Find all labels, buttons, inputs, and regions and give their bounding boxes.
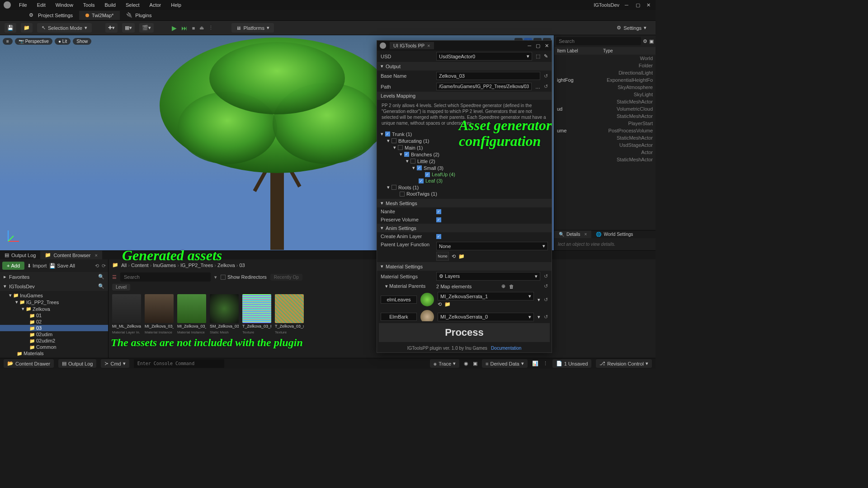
minimize-icon[interactable]: ─ (528, 43, 531, 49)
outliner-row[interactable]: udVolumetricCloud (554, 105, 656, 113)
asset-item[interactable]: MI_Zelkova_03_1Material Instance (177, 294, 206, 334)
parent-layer-dropdown[interactable]: None▾ (436, 242, 548, 250)
browse-icon[interactable]: 📁 (444, 301, 451, 307)
outliner-row[interactable]: StaticMeshActor (554, 156, 656, 163)
folder-Materials[interactable]: 📁Materials (0, 350, 108, 357)
eject-button[interactable]: ⏏ (199, 25, 204, 31)
browser-search-input[interactable] (120, 272, 211, 282)
outliner-row[interactable]: SkyAtmosphere (554, 84, 656, 91)
tree-node[interactable]: LeafUp (4) (432, 172, 455, 177)
main-checkbox[interactable] (398, 145, 403, 150)
outliner-filter-icon[interactable]: ▣ (649, 38, 654, 44)
bark-material-thumb[interactable] (420, 310, 434, 321)
usd-dropdown[interactable]: UsdStageActor0▾ (436, 52, 532, 61)
levels-tree[interactable]: ▾Trunk (1) ▾Bifurcating (1) ▾Main (1) ▾B… (377, 129, 552, 199)
menu-edit[interactable]: Edit (37, 2, 46, 8)
elm-leaves-key[interactable]: elmLeaves (381, 296, 417, 304)
unsaved-button[interactable]: 📄 1 Unsaved (552, 359, 592, 368)
cmd-button[interactable]: ≻ Cmd ▾ (101, 359, 129, 368)
outliner-row[interactable]: ightFogExponentialHeightFo (554, 76, 656, 84)
close-icon[interactable]: ✕ (545, 43, 549, 49)
filter-icon[interactable]: ☰ (112, 274, 117, 280)
add-element-icon[interactable]: ⊕ (501, 283, 505, 289)
show-redirectors-checkbox[interactable]: Show Redirectors (221, 274, 267, 280)
history-fwd-icon[interactable]: ⟳ (102, 263, 106, 269)
outliner-row[interactable]: Folder (554, 62, 656, 69)
section-output[interactable]: ▾ Output (377, 62, 552, 70)
user-label[interactable]: IGToolsDev (594, 2, 619, 8)
trunk-checkbox[interactable] (385, 131, 390, 136)
browse-icon[interactable]: … (535, 84, 540, 89)
show-button[interactable]: Show (73, 38, 91, 45)
menu-actor[interactable]: Actor (150, 2, 161, 8)
tree-node[interactable]: Trunk (1) (392, 131, 412, 137)
asset-item[interactable]: MI_Zelkova_03_0Material Instance (145, 294, 174, 334)
play-options-button[interactable]: ⋮ (208, 25, 213, 31)
folder-Zelkova[interactable]: ▾📁Zelkova (0, 305, 108, 312)
record-icon[interactable]: ◉ (464, 361, 468, 366)
sync-icon[interactable]: ⟲ (452, 253, 456, 259)
add-button[interactable]: + Add (2, 262, 24, 270)
outliner-row[interactable]: StaticMeshActor (554, 113, 656, 120)
nanite-checkbox[interactable] (436, 209, 441, 214)
sync-icon[interactable]: ⟲ (438, 301, 442, 307)
tab-content-browser[interactable]: 📁Content Browser× (40, 251, 102, 259)
outliner-row[interactable]: StaticMeshActor (554, 98, 656, 105)
history-back-icon[interactable]: ⟲ (95, 263, 99, 269)
save-all-button[interactable]: 📁 (21, 23, 33, 33)
bark-material-dropdown[interactable]: MI_ZelkovaSerrata_0▾ (438, 313, 534, 321)
outliner-row[interactable]: umePostProcessVolume (554, 127, 656, 134)
tab-project-settings[interactable]: ⚙ Project Settings (23, 10, 79, 20)
project-section[interactable]: ▾ IGToolsDev🔍 (0, 282, 108, 291)
favorites-section[interactable]: ▸ Favorites🔍 (0, 272, 108, 282)
folder-Common[interactable]: 📁Common (0, 344, 108, 350)
outliner-row[interactable]: DirectionalLight (554, 69, 656, 76)
play-button[interactable]: ▶ (172, 24, 177, 32)
reset-icon[interactable]: ↺ (544, 84, 548, 89)
outliner-row[interactable]: StaticMeshActor (554, 134, 656, 141)
folder-01[interactable]: 📁01 (0, 312, 108, 319)
menu-file[interactable]: File (19, 2, 27, 8)
folder-InuGames[interactable]: ▾📁InuGames (0, 292, 108, 299)
asset-item[interactable]: T_Zelkova_03_PivPos_IndexTexture (242, 294, 271, 334)
section-levels[interactable]: Levels Mapping (377, 92, 552, 100)
add-content-button[interactable]: ✚▾ (105, 23, 118, 33)
documentation-link[interactable]: Documentation (491, 346, 521, 351)
menu-window[interactable]: Window (56, 2, 73, 8)
leaf-checkbox[interactable] (419, 178, 424, 183)
process-button[interactable]: Process (379, 323, 550, 342)
folder-02[interactable]: 📁02 (0, 319, 108, 325)
reset-icon[interactable]: ↺ (544, 73, 548, 79)
preserve-volume-checkbox[interactable] (436, 217, 441, 222)
roottwigs-checkbox[interactable] (400, 192, 405, 197)
chevron-down-icon[interactable]: ▾ (538, 297, 540, 303)
leaves-material-thumb[interactable] (420, 293, 434, 306)
import-button[interactable]: ⬇ Import (27, 263, 47, 269)
menu-help[interactable]: Help (171, 2, 181, 8)
recently-opened-button[interactable]: Recently Op (270, 274, 302, 281)
outliner-row[interactable]: World (554, 55, 656, 62)
asset-item[interactable]: SM_Zelkova_03Static Mesh (210, 294, 239, 334)
crumb-Content[interactable]: Content (131, 263, 149, 268)
derived-data-button[interactable]: ≡ Derived Data ▾ (482, 359, 528, 368)
outliner-settings-icon[interactable]: ⚙ (643, 38, 647, 44)
eyedropper-icon[interactable]: ✎ (544, 53, 548, 59)
save-all-button[interactable]: 💾 Save All (49, 263, 75, 269)
tab-details[interactable]: 🔍Details× (554, 230, 591, 238)
asset-item[interactable]: T_Zelkova_03_xDir_xExtTexture (275, 294, 304, 334)
close-icon[interactable]: ✕ (646, 2, 652, 8)
console-input[interactable] (134, 359, 224, 368)
igtools-titlebar[interactable]: UI IGTools PP× ─ ▢ ✕ (377, 41, 552, 51)
close-tab-icon[interactable]: × (427, 43, 430, 48)
crumb-All[interactable]: All (121, 263, 127, 268)
chevron-down-icon[interactable]: ▾ (214, 274, 217, 280)
path-input[interactable] (436, 83, 532, 90)
folder-tree[interactable]: ▾📁InuGames▾📁IG_PP2_Trees▾📁Zelkova📁01📁02📁… (0, 291, 108, 359)
bifurcating-checkbox[interactable] (392, 138, 396, 143)
create-anim-checkbox[interactable] (436, 234, 441, 239)
igtools-tab[interactable]: UI IGTools PP× (390, 42, 434, 49)
level-filter-chip[interactable]: Level (112, 284, 130, 291)
maximize-icon[interactable]: ▢ (636, 2, 641, 8)
platforms-button[interactable]: 🖥 Platforms ▾ (231, 23, 274, 33)
reset-icon[interactable]: ↺ (544, 297, 548, 303)
